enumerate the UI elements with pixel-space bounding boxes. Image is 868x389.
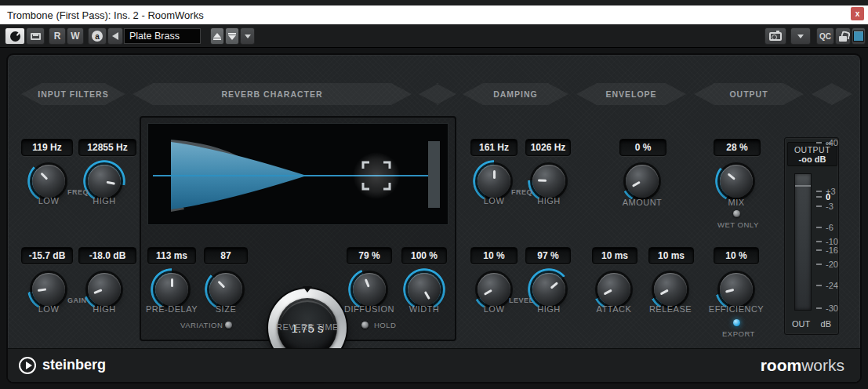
section-header-input-filters: INPUT FILTERS [21,83,125,105]
release-value[interactable]: 10 ms [648,247,694,264]
meter-tick: -24 [816,281,838,290]
section-header-damping: DAMPING [463,83,568,105]
prev-preset-icon [213,33,221,40]
damp-high-freq-value[interactable]: 1026 Hz [525,139,571,156]
wet-only-label: WET ONLY [717,220,759,229]
quick-controls-button[interactable]: QC [816,27,834,45]
qc-lock-button[interactable] [835,27,851,45]
blue-square-icon [853,31,864,42]
pre-delay-value[interactable]: 113 ms [147,247,196,264]
input-low-freq-value[interactable]: 119 Hz [21,139,73,156]
next-preset-button[interactable] [225,27,239,45]
efficiency-value[interactable]: 10 % [714,247,759,264]
chevron-down-icon [797,35,804,38]
window-title: Trombone (First Pass): Ins. 2 - RoomWork… [7,9,204,21]
qc-focus-button[interactable] [852,27,866,45]
level-label: LEVEL [509,296,534,304]
meter-tick: -16 [816,245,838,255]
input-low-gain-value[interactable]: -15.7 dB [21,247,73,264]
reverb-display[interactable] [147,123,449,225]
size-label: SIZE [187,304,265,314]
plugin-footer: steinberg roomworks [8,348,860,382]
reverb-time-label: REVERB TIME [268,322,347,332]
meter-bar [794,173,812,311]
freq-label: FREQ [511,188,532,196]
damp-high-level-value[interactable]: 97 % [525,247,571,264]
knob-marker-icon [303,286,312,293]
brand-name: steinberg [42,357,106,373]
input-high-gain-value[interactable]: -18.0 dB [78,247,136,264]
previous-preset-button[interactable] [210,27,224,45]
width-value[interactable]: 100 % [401,247,447,264]
width-label: WIDTH [385,304,463,314]
camera-icon [769,32,782,41]
input-high-freq-value[interactable]: 12855 Hz [78,139,136,156]
freq-label: FREQ [67,188,89,196]
damp-low-freq-value[interactable]: 161 Hz [470,139,518,156]
section-header-envelope: ENVELOPE [576,83,686,105]
damp-high-freq-label: HIGH [510,196,588,205]
reverb-decay-graphic [148,124,449,226]
meter-db-label: dB [821,319,831,329]
gain-label: GAIN [67,296,87,304]
write-automation-button[interactable]: W [67,27,84,45]
power-knob-icon [10,31,20,42]
output-meter-readout: -oo dB [788,155,837,164]
meter-tick: -3 [816,202,838,211]
ab-compare-button[interactable]: a [88,27,107,45]
export-label: EXPORT [722,329,755,338]
mix-label: MIX [697,198,775,207]
diffusion-value[interactable]: 79 % [347,247,392,264]
meter-tick: -30 [816,304,838,313]
left-arrow-icon [112,32,118,40]
section-header-output: OUTPUT [694,83,804,105]
steinberg-logo-icon [19,357,36,374]
envelope-amount-value[interactable]: 0 % [619,139,666,156]
meter-tick: 0 [816,192,838,202]
plugin-toolbar: R W a Plate Brass QC [0,24,868,48]
hold-label: HOLD [374,321,396,329]
preset-name-field[interactable]: Plate Brass [124,28,201,44]
meter-tick: -20 [816,260,838,269]
functions-menu-button[interactable] [790,27,811,45]
preset-menu-button[interactable] [240,27,255,45]
window-top-strip [0,0,868,5]
section-banner-blank [812,83,852,105]
damp-low-level-value[interactable]: 10 % [470,247,518,264]
mix-value[interactable]: 28 % [714,139,761,156]
variation-label: VARIATION [180,321,223,329]
input-high-freq-label: HIGH [65,196,143,205]
roomworks-panel: INPUT FILTERS REVERB CHARACTER DAMPING E… [6,53,862,384]
bypass-button[interactable] [26,27,45,45]
close-button[interactable]: x [851,7,864,20]
hold-button[interactable] [361,322,369,329]
meter-out-label: OUT [792,319,810,329]
attack-value[interactable]: 10 ms [592,247,637,264]
product-name: roomworks [761,356,844,375]
meter-tick: -6 [816,223,838,232]
chevron-down-icon [245,35,251,38]
meter-tick: ∞ [816,138,838,147]
export-button[interactable] [733,319,740,326]
activate-button[interactable] [5,27,25,45]
input-high-gain-label: HIGH [65,304,143,314]
meter-zero-line [795,185,811,187]
section-header-reverb-character: REVERB CHARACTER [133,83,412,105]
size-value[interactable]: 87 [204,247,248,264]
section-banner-blank [419,83,456,105]
meter-footer: OUT dB [785,319,838,329]
title-bar[interactable]: Trombone (First Pass): Ins. 2 - RoomWork… [0,5,868,24]
snapshot-button[interactable] [764,27,786,45]
plugin-window: Trombone (First Pass): Ins. 2 - RoomWork… [0,0,868,389]
copy-ab-button[interactable] [107,27,123,45]
read-automation-button[interactable]: R [49,27,66,45]
wet-only-button[interactable] [733,210,740,217]
efficiency-label: EFFICIENCY [697,304,775,314]
output-meter: OUTPUT -oo dB +3 0 -3 -6 -10 -16 -20 -24… [784,137,839,335]
bypass-icon [31,33,41,40]
next-preset-icon [228,33,236,40]
variation-button[interactable] [225,322,232,329]
ab-circle-icon: a [92,31,103,42]
envelope-amount-label: AMOUNT [603,198,681,207]
unlock-icon [839,36,847,42]
